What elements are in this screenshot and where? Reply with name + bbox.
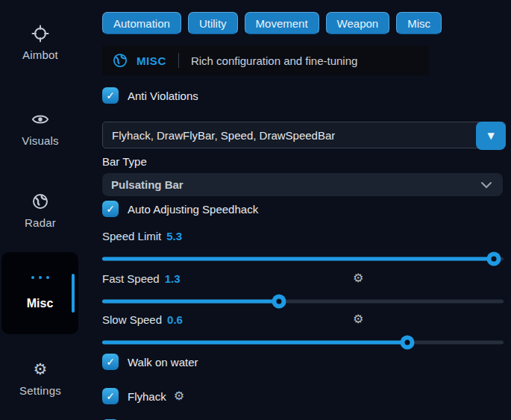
checkbox-row-auto-adjusting-speedhack[interactable]: ✓ Auto Adjusting Speedhack bbox=[102, 201, 506, 217]
check-icon: ✓ bbox=[106, 204, 115, 214]
sidebar-item-label: Visuals bbox=[22, 134, 58, 147]
slider-value: 5.3 bbox=[166, 230, 182, 242]
checkbox-checked[interactable]: ✓ bbox=[102, 388, 119, 404]
checkbox-checked[interactable]: ✓ bbox=[102, 354, 119, 370]
fast-speed-slider[interactable] bbox=[102, 294, 504, 308]
checkbox-label: Flyhack bbox=[128, 390, 166, 403]
check-icon: ✓ bbox=[106, 391, 115, 401]
slider-thumb[interactable] bbox=[486, 251, 501, 266]
tab-weapon[interactable]: Weapon bbox=[326, 12, 390, 34]
tab-utility[interactable]: Utility bbox=[188, 12, 238, 34]
sidebar-item-visuals[interactable]: Visuals bbox=[0, 110, 81, 147]
slider-value: 0.6 bbox=[167, 313, 183, 326]
category-tabs: Automation Utility Movement Weapon Misc bbox=[102, 12, 506, 34]
sidebar-item-aimbot[interactable]: Aimbot bbox=[0, 25, 81, 61]
section-header: MISC Rich configuration and fine-tuning bbox=[102, 46, 429, 75]
tab-misc[interactable]: Misc bbox=[396, 12, 442, 34]
sidebar-item-radar[interactable]: Radar bbox=[0, 192, 81, 229]
checkbox-row-flyhack[interactable]: ✓ Flyhack ⚙ bbox=[102, 388, 506, 404]
gear-icon[interactable]: ⚙ bbox=[353, 313, 363, 325]
select-value: Pulsating Bar bbox=[111, 178, 184, 191]
tab-movement[interactable]: Movement bbox=[245, 12, 319, 34]
ellipsis-icon bbox=[31, 276, 49, 279]
check-icon: ✓ bbox=[106, 357, 115, 367]
globe-icon bbox=[113, 53, 128, 68]
slider-thumb[interactable] bbox=[400, 335, 414, 349]
eye-icon bbox=[31, 110, 49, 128]
multiselect-value: Flyhack, DrawFlyBar, Speed, DrawSpeedBar bbox=[112, 129, 335, 142]
gear-icon: ⚙ bbox=[31, 360, 49, 378]
section-title: MISC bbox=[137, 54, 166, 67]
triangle-down-icon: ▼ bbox=[487, 131, 494, 141]
slider-thumb[interactable] bbox=[272, 294, 286, 308]
crosshair-icon bbox=[31, 25, 49, 43]
divider bbox=[178, 53, 179, 68]
section-subtitle: Rich configuration and fine-tuning bbox=[191, 54, 357, 67]
slow-speed-slider[interactable] bbox=[102, 335, 504, 349]
slider-label: Speed Limit bbox=[102, 230, 161, 242]
checkbox-checked[interactable]: ✓ bbox=[102, 201, 119, 217]
checkbox-row-walk-on-water[interactable]: ✓ Walk on water bbox=[102, 354, 506, 370]
app-window: Aimbot Visuals Radar Mi bbox=[0, 0, 511, 420]
bar-multiselect-input[interactable]: Flyhack, DrawFlyBar, Speed, DrawSpeedBar… bbox=[102, 122, 506, 148]
tab-automation[interactable]: Automation bbox=[102, 12, 181, 34]
main-content: Automation Utility Movement Weapon Misc … bbox=[102, 0, 506, 420]
globe-icon bbox=[31, 192, 49, 210]
sidebar-item-label: Radar bbox=[25, 216, 56, 229]
sidebar-item-label: Settings bbox=[19, 384, 61, 397]
speed-limit-slider[interactable] bbox=[102, 251, 504, 266]
slider-fill bbox=[102, 257, 494, 260]
slider-label: Fast Speed bbox=[102, 272, 160, 285]
active-indicator-bar bbox=[72, 274, 75, 313]
slider-label: Slow Speed bbox=[102, 313, 162, 326]
bar-type-select[interactable]: Pulsating Bar bbox=[102, 173, 503, 196]
dropdown-open-button[interactable]: ▼ bbox=[476, 122, 506, 150]
chevron-down-icon bbox=[480, 181, 492, 189]
check-icon: ✓ bbox=[106, 90, 115, 101]
slider-value: 1.3 bbox=[165, 272, 181, 285]
slider-group-fast-speed: Fast Speed 1.3 ⚙ bbox=[102, 272, 506, 308]
slider-fill bbox=[102, 299, 279, 303]
bar-type-label: Bar Type bbox=[102, 155, 506, 169]
sidebar-item-settings[interactable]: ⚙ Settings bbox=[0, 360, 81, 397]
sidebar: Aimbot Visuals Radar Mi bbox=[0, 0, 91, 420]
gear-icon[interactable]: ⚙ bbox=[174, 390, 184, 402]
gear-icon[interactable]: ⚙ bbox=[353, 272, 363, 284]
checkbox-label: Walk on water bbox=[128, 356, 198, 369]
sidebar-item-label: Aimbot bbox=[22, 48, 58, 61]
slider-group-speed-limit: Speed Limit 5.3 bbox=[102, 229, 506, 266]
checkbox-checked[interactable]: ✓ bbox=[102, 87, 119, 104]
sidebar-item-label: Misc bbox=[27, 297, 54, 310]
slider-fill bbox=[102, 340, 407, 344]
checkbox-label: Auto Adjusting Speedhack bbox=[128, 203, 258, 216]
checkbox-row-anti-violations[interactable]: ✓ Anti Violations bbox=[102, 87, 506, 104]
slider-group-slow-speed: Slow Speed 0.6 ⚙ bbox=[102, 313, 506, 349]
sidebar-item-misc-active[interactable]: Misc bbox=[1, 252, 78, 334]
checkbox-label: Anti Violations bbox=[128, 90, 198, 102]
